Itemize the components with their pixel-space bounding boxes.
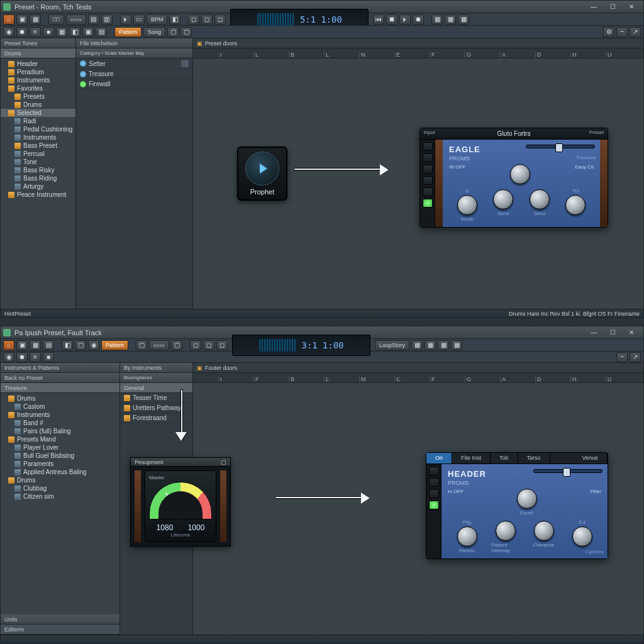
knob[interactable]: Pasent Heemay — [492, 519, 519, 553]
t2-11[interactable]: ⚙ — [603, 27, 614, 37]
tab[interactable]: Tarso — [518, 453, 550, 464]
tree-item[interactable]: Percual — [1, 150, 75, 158]
knob-top[interactable]: Esmrl — [513, 489, 541, 516]
side-btn[interactable] — [423, 142, 433, 151]
pattern-button[interactable]: Pattern — [114, 27, 142, 37]
browser-tab[interactable]: Drums — [1, 48, 75, 58]
side-btn[interactable] — [429, 478, 439, 487]
knob[interactable]: GWidth — [453, 188, 481, 222]
b-tb-10[interactable]: ◻ — [190, 340, 201, 350]
side-btn-on[interactable] — [423, 199, 433, 208]
tree-item[interactable]: Applied Antreus Baling — [1, 468, 119, 476]
minimize-button[interactable]: — — [584, 327, 603, 338]
tbtn-1[interactable]: ▣ — [16, 14, 28, 25]
knob[interactable]: Chleache — [530, 519, 558, 553]
instrument-window[interactable]: Input Gluto Fortrs Preset — [419, 128, 608, 228]
tree-item[interactable]: Selected — [1, 109, 75, 117]
side-btn[interactable] — [429, 467, 439, 475]
t2-4[interactable]: ■ — [43, 27, 54, 37]
knob[interactable]: Ed — [569, 519, 596, 553]
list-item[interactable]: Firewall — [76, 79, 192, 89]
t2-10[interactable]: ▢ — [180, 27, 192, 37]
t2-2[interactable]: ⏺ — [16, 27, 28, 37]
b2-3[interactable]: ≡ — [30, 352, 41, 362]
t2-7[interactable]: ▣ — [82, 27, 94, 37]
side-btn[interactable] — [423, 165, 433, 174]
knob[interactable]: PilgRadelo — [453, 519, 481, 553]
t2-9[interactable]: ▢ — [167, 27, 179, 37]
panel-slider[interactable] — [526, 145, 595, 148]
b2-1[interactable]: ◉ — [3, 352, 14, 362]
b2-4[interactable]: ■ — [43, 352, 54, 362]
b-tb-1[interactable]: ▣ — [16, 340, 28, 350]
b2-6[interactable]: ↗ — [630, 352, 641, 362]
gauge-close-icon[interactable]: ▢ — [221, 459, 226, 465]
tbtn-7[interactable]: ⏵ — [120, 14, 131, 25]
tree-item[interactable]: Pedal Cushioning — [1, 125, 75, 133]
instrument-titlebar[interactable]: Input Gluto Fortrs Preset — [420, 128, 608, 140]
tree-item[interactable]: Pairs (full) Baling — [1, 427, 119, 435]
tree-item[interactable]: Instruments — [1, 411, 119, 419]
tree-item[interactable]: Radi — [1, 117, 75, 125]
tbtn-5[interactable]: ▤ — [88, 14, 99, 25]
tree-footer-1[interactable]: Units — [1, 614, 119, 625]
home-button[interactable]: ⌂ — [3, 340, 14, 350]
knob[interactable]: Send — [526, 188, 553, 222]
t2-12[interactable]: ~ — [616, 27, 628, 37]
tree-item[interactable]: Header — [1, 60, 75, 68]
side-btn[interactable] — [423, 153, 433, 162]
asset-list[interactable]: SetterTreasureFirewall — [76, 58, 192, 309]
gauge-window[interactable]: Pesupment ▢ Master 1080 — [130, 457, 231, 547]
pattern-button[interactable]: Pattern — [101, 340, 128, 350]
b-tb-9[interactable]: ▢ — [171, 340, 182, 350]
canvas[interactable]: Pesupment ▢ Master 1080 — [193, 383, 643, 635]
tree-item[interactable]: Instruments — [1, 133, 75, 142]
knob-top[interactable] — [506, 164, 534, 184]
tree-item[interactable]: Bass Risky — [1, 166, 75, 174]
plugin-tile-prophet[interactable]: Prophet — [237, 147, 287, 201]
tree-item[interactable]: Presets Mand — [1, 435, 119, 443]
tree-item[interactable]: Arturgy — [1, 182, 75, 191]
tbtn-6[interactable]: ▥ — [101, 14, 113, 25]
b-tb-8[interactable]: ▭▭ — [149, 340, 169, 350]
tbtn-3[interactable]: □□ — [48, 14, 64, 25]
tree-item[interactable]: Bass Preset — [1, 142, 75, 150]
side-btn-on[interactable] — [429, 501, 439, 509]
tbtn-9[interactable]: ◧ — [169, 14, 180, 25]
tree-item[interactable]: Peace Instrument — [1, 191, 75, 199]
tree-item[interactable]: Peradium — [1, 68, 75, 76]
tree-item[interactable]: Citizen sim — [1, 492, 119, 501]
b-tb-6[interactable]: ◉ — [88, 340, 99, 350]
timeline-ruler[interactable]: IFBLMCFGADHU — [193, 373, 643, 383]
song-button[interactable]: Song — [143, 27, 165, 37]
b-tb-13[interactable]: ▦ — [411, 340, 423, 350]
loop-label[interactable]: LoopStory — [375, 340, 409, 350]
tbtn-10[interactable]: ◻ — [188, 14, 199, 25]
tbtn-13[interactable]: ⏮ — [373, 14, 384, 25]
tree-item[interactable]: Bull Guel Bisbsing — [1, 452, 119, 460]
browser-tree[interactable]: HeaderPeradiumInstrumentsFavoritesPreset… — [1, 58, 75, 309]
b2-2[interactable]: ⏺ — [16, 352, 28, 362]
t2-3[interactable]: ≡ — [30, 27, 41, 37]
t2-8[interactable]: ▤ — [96, 27, 107, 37]
tab[interactable]: Tob — [491, 453, 518, 464]
tree-item[interactable]: Bass Riding — [1, 174, 75, 182]
tbtn-16[interactable]: ⏺ — [413, 14, 424, 25]
b-tb-14[interactable]: ▦ — [425, 340, 436, 350]
instrument-window[interactable]: On Fite Inst Tob Tarso Venue — [426, 452, 608, 559]
b-tb-12[interactable]: ◻ — [216, 340, 228, 350]
knob[interactable]: Send — [489, 188, 517, 222]
t2-6[interactable]: ◧ — [69, 27, 80, 37]
b-tb-2[interactable]: ▦ — [30, 340, 41, 350]
list-item[interactable]: Setter — [76, 58, 192, 69]
side-btn[interactable] — [423, 176, 433, 185]
close-button[interactable]: ✕ — [622, 1, 641, 13]
minimize-button[interactable]: — — [584, 1, 603, 13]
tree-item[interactable]: Castom — [1, 402, 119, 411]
tab[interactable]: Fite Inst — [452, 453, 491, 464]
list-item[interactable]: Treasure — [76, 69, 192, 79]
browser-tab[interactable]: Treasure — [1, 383, 119, 393]
tree-item[interactable]: Drums — [1, 101, 75, 109]
tbtn-bpm[interactable]: BPM — [147, 14, 168, 25]
t2-1[interactable]: ◉ — [3, 27, 14, 37]
